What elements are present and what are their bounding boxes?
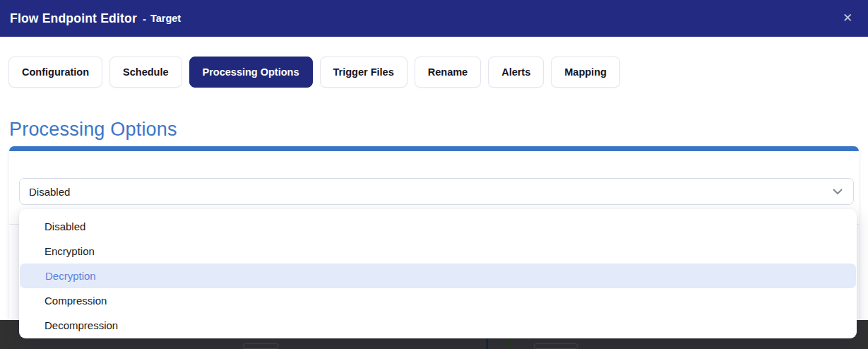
tab-mapping[interactable]: Mapping bbox=[551, 57, 620, 88]
option-encryption[interactable]: Encryption bbox=[19, 239, 857, 264]
option-disabled[interactable]: Disabled bbox=[19, 214, 857, 239]
backdrop-occluded-button bbox=[243, 343, 278, 349]
tab-alerts[interactable]: Alerts bbox=[488, 57, 544, 88]
tab-processing-options[interactable]: Processing Options bbox=[189, 57, 313, 88]
backdrop-occluded-button bbox=[534, 343, 578, 349]
processing-type-dropdown: Disabled Encryption Decryption Compressi… bbox=[19, 209, 857, 338]
processing-type-select[interactable]: Disabled bbox=[19, 178, 854, 205]
tab-trigger-files[interactable]: Trigger Files bbox=[320, 57, 408, 88]
dialog-title: Flow Endpoint Editor bbox=[10, 11, 137, 26]
tab-strip: Configuration Schedule Processing Option… bbox=[8, 57, 620, 88]
dialog-subtitle: Target bbox=[150, 13, 181, 24]
card-accent-bar bbox=[9, 146, 859, 151]
chevron-down-icon bbox=[833, 189, 843, 195]
dialog-titlebar: Flow Endpoint Editor - Target ✕ bbox=[0, 0, 868, 37]
tab-schedule[interactable]: Schedule bbox=[109, 57, 182, 88]
select-value: Disabled bbox=[29, 186, 70, 198]
tab-configuration[interactable]: Configuration bbox=[8, 57, 102, 88]
tab-rename[interactable]: Rename bbox=[415, 57, 481, 88]
option-decryption[interactable]: Decryption bbox=[20, 264, 856, 288]
option-compression[interactable]: Compression bbox=[19, 288, 857, 313]
option-decompression[interactable]: Decompression bbox=[19, 313, 857, 338]
dialog-title-separator: - bbox=[143, 13, 146, 25]
close-icon[interactable]: ✕ bbox=[838, 9, 857, 28]
page-title: Processing Options bbox=[9, 119, 177, 141]
